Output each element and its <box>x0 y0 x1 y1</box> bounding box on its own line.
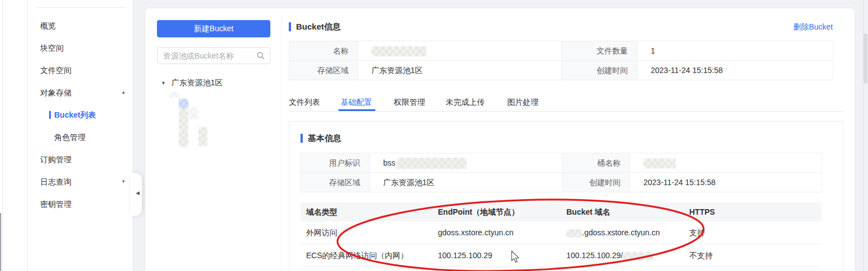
field-value-file-count: 1 <box>637 41 833 61</box>
sidebar-item-block-space[interactable]: 块空间 <box>28 37 132 59</box>
sidebar-item-object-storage[interactable]: 对象存储 ▲ <box>28 81 132 104</box>
sidebar-item-bucket-list[interactable]: Bucket列表 <box>28 104 132 126</box>
section-title: 基本信息 <box>308 133 341 144</box>
section-title: Bucket信息 <box>296 22 341 32</box>
domain-table-row-ecs-internal: ECS的经典网络访问（内网） 100.125.100.29 100.125.10… <box>301 244 822 267</box>
sidebar-item-label: 对象存储 <box>40 88 71 97</box>
console-app: 概览 块空间 文件空间 对象存储 ▲ Bucket列表 角色管理 订购管理 日志… <box>0 0 868 271</box>
bucket-search-input[interactable] <box>163 48 252 64</box>
sidebar-item-label: 日志查询 <box>40 177 71 186</box>
field-label: 名称 <box>289 41 358 61</box>
tab-permission-management[interactable]: 权限管理 <box>394 94 425 111</box>
user-id-prefix: bss <box>383 158 395 167</box>
blurred-bucket-name <box>179 130 188 147</box>
sidebar-divider <box>36 7 126 8</box>
bucket-search-box <box>157 47 270 64</box>
domain-table-header: 域名类型 EndPoint（地域节点） Bucket 域名 HTTPS <box>301 202 822 221</box>
blurred-bucket-name <box>189 107 198 119</box>
blurred-value <box>643 158 676 168</box>
section-accent-bar <box>301 134 303 143</box>
vertical-scrollbar-thumb[interactable] <box>864 33 867 84</box>
chevron-up-icon: ▲ <box>121 81 126 104</box>
blurred-bucket-name <box>169 92 179 98</box>
sidebar-nav: 概览 块空间 文件空间 对象存储 ▲ Bucket列表 角色管理 订购管理 日志… <box>28 0 132 271</box>
field-label: 创建时间 <box>562 173 630 192</box>
basic-info-table: 用户标识 bss 桶名称 存储区域 广东资源池1区 创建时间 2023-11-2… <box>301 153 822 192</box>
column-header-bucket-domain: Bucket 域名 <box>566 202 611 221</box>
column-header-domain-type: 域名类型 <box>306 202 337 221</box>
sidebar-item-key-management[interactable]: 密钥管理 <box>28 193 132 215</box>
sidebar-item-file-space[interactable]: 文件空间 <box>28 59 132 81</box>
field-value-region: 广东资源池1区 <box>370 173 562 192</box>
sidebar-item-label: 概览 <box>40 21 56 30</box>
tab-basic-config[interactable]: 基础配置 <box>341 94 372 111</box>
blurred-bucket-name <box>198 127 207 146</box>
field-value-user-id: bss <box>370 153 562 173</box>
sidebar-item-role-management[interactable]: 角色管理 <box>28 126 132 148</box>
tree-expand-icon: ▼ <box>161 80 166 86</box>
tree-node-label: 广东资源池1区 <box>171 78 223 87</box>
panel-divider <box>281 17 282 271</box>
bucket-info-table: 名称 文件数量 1 存储区域 广东资源池1区 创建时间 2023-11-24 1… <box>289 41 833 80</box>
tree-node-resource-pool[interactable]: ▼广东资源池1区 <box>161 77 223 88</box>
field-label: 存储区域 <box>289 61 358 80</box>
delete-bucket-link[interactable]: 删除Bucket <box>793 22 833 32</box>
field-value-created: 2023-11-24 15:15:58 <box>637 61 833 80</box>
column-header-endpoint: EndPoint（地域节点） <box>438 202 519 221</box>
blurred-value <box>397 158 466 169</box>
blurred-bucket-name <box>179 109 188 130</box>
domain-table-row-public: 外网访问 gdoss.xstore.ctyun.cn .gdoss.xstore… <box>301 221 822 244</box>
active-indicator-bar <box>49 111 51 119</box>
endpoint-value: 100.125.100.29 <box>438 244 492 267</box>
https-support: 不支持 <box>689 244 713 267</box>
field-value-name <box>358 41 562 61</box>
sidebar-item-overview[interactable]: 概览 <box>28 14 132 37</box>
field-value-created: 2023-11-24 15:15:58 <box>630 173 822 192</box>
section-accent-bar <box>289 22 291 31</box>
tab-image-processing[interactable]: 图片处理 <box>507 94 538 111</box>
sidebar-item-label: Bucket列表 <box>54 110 96 119</box>
sidebar-item-label: 块空间 <box>40 43 64 52</box>
field-value-bucket-name <box>630 153 822 173</box>
field-label: 用户标识 <box>301 153 370 173</box>
tab-file-list[interactable]: 文件列表 <box>289 94 320 111</box>
main-content-card: 新建Bucket ▼广东资源池1区 Bucket信息 删除Bucket 名称 <box>145 8 855 271</box>
field-label: 创建时间 <box>562 61 637 80</box>
search-icon <box>257 52 265 60</box>
tab-incomplete-uploads[interactable]: 未完成上传 <box>446 94 485 111</box>
sidebar-item-label: 密钥管理 <box>40 200 71 209</box>
field-label: 存储区域 <box>301 173 370 192</box>
https-support: 支持 <box>689 221 705 244</box>
sidebar-item-label: 订购管理 <box>40 155 71 164</box>
sidebar-item-log-query[interactable]: 日志查询 ▼ <box>28 171 132 193</box>
domain-type: 外网访问 <box>306 221 337 244</box>
collapse-left-icon: ◀ <box>136 190 140 196</box>
sidebar-collapse-handle[interactable]: ◀ <box>130 173 142 216</box>
endpoint-value: gdoss.xstore.ctyun.cn <box>438 221 513 244</box>
blurred-value <box>371 46 426 56</box>
field-label: 文件数量 <box>562 41 637 61</box>
chevron-down-icon: ▼ <box>121 171 126 193</box>
basic-info-box: 基本信息 用户标识 bss 桶名称 存储区域 广东资源池1区 创建时间 2023… <box>289 121 843 271</box>
blurred-bucket-name-selected[interactable] <box>179 99 188 109</box>
left-rail <box>0 0 28 271</box>
sidebar-item-label: 角色管理 <box>54 133 85 142</box>
field-label: 桶名称 <box>562 153 630 173</box>
blurred-value <box>566 229 582 238</box>
domain-type: ECS的经典网络访问（内网） <box>306 244 408 267</box>
tabs-bottom-border <box>289 111 843 112</box>
blurred-value <box>623 252 654 260</box>
bucket-domain-prefix: 100.125.100.29/ <box>566 251 623 260</box>
rail-divider <box>2 0 3 271</box>
bucket-domain-suffix: .gdoss.xstore.ctyun.cn <box>582 228 660 237</box>
bucket-domain-value: .gdoss.xstore.ctyun.cn <box>566 221 660 244</box>
window-edge <box>0 213 1 271</box>
column-header-https: HTTPS <box>689 202 715 221</box>
sidebar-item-order-management[interactable]: 订购管理 <box>28 148 132 171</box>
field-value-region: 广东资源池1区 <box>358 61 562 80</box>
bucket-domain-value: 100.125.100.29/ <box>566 244 654 267</box>
sidebar-item-label: 文件空间 <box>40 66 71 75</box>
new-bucket-button[interactable]: 新建Bucket <box>157 20 270 37</box>
